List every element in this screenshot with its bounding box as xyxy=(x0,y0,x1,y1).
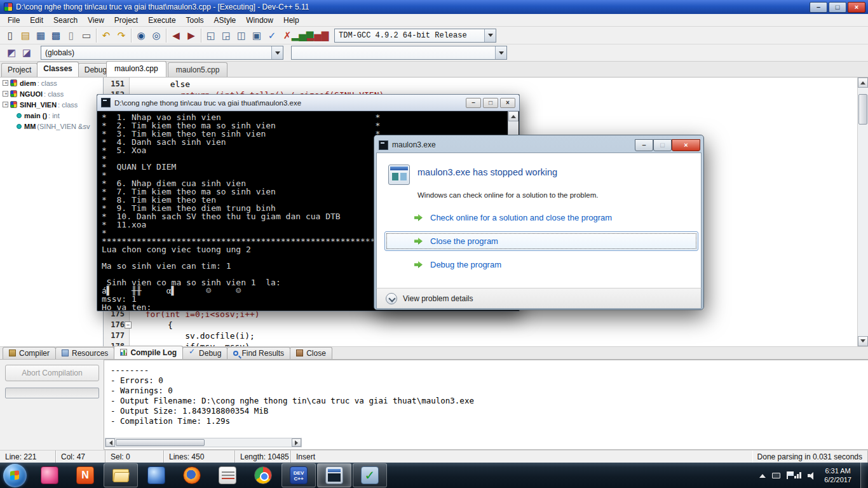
tray-keyboard-icon[interactable] xyxy=(772,473,780,478)
abort-compilation-button[interactable]: Abort Compilation xyxy=(5,365,99,381)
main ()[interactable]: main () : int xyxy=(0,110,103,121)
taskbar-icon-mail-app[interactable] xyxy=(210,463,245,487)
taskbar-icon-blue-app[interactable] xyxy=(139,463,173,487)
taskbar-icon-pink-app[interactable] xyxy=(32,463,67,487)
menu-item[interactable]: Edit xyxy=(25,15,48,26)
abort-compile-icon[interactable]: ✗ xyxy=(280,28,295,43)
toolbar-separator[interactable] xyxy=(129,29,133,43)
maximize-button[interactable]: □ xyxy=(483,98,498,108)
menu-item[interactable]: Execute xyxy=(143,15,180,26)
minimize-button[interactable]: – xyxy=(810,2,827,13)
floating-report-icon[interactable]: ▣ xyxy=(249,28,264,43)
taskbar-clock[interactable]: 6:31 AM 6/2/2017 xyxy=(824,466,851,484)
print-icon[interactable]: ▭ xyxy=(79,28,94,43)
tree-expander-icon[interactable] xyxy=(3,80,8,86)
command-link[interactable]: Check online for a solution and close th… xyxy=(384,208,698,227)
back-icon[interactable]: ◀ xyxy=(168,28,184,43)
taskbar-icon-firefox[interactable] xyxy=(175,463,209,487)
view-problem-details[interactable]: View problem details xyxy=(403,294,473,303)
save-icon[interactable]: ▦ xyxy=(33,28,48,43)
report-tab[interactable]: Compiler xyxy=(3,347,56,359)
console-titlebar[interactable]: D:\cong nghe thong tin\cau truc va giai … xyxy=(97,95,519,111)
menu-item[interactable]: File xyxy=(3,15,25,26)
scrollbar-thumb[interactable] xyxy=(116,439,205,446)
taskbar-icon-devcpp[interactable]: DEV C++ xyxy=(281,463,316,487)
taskbar-icon-console-app[interactable] xyxy=(317,463,351,487)
report-tab[interactable]: Compile Log xyxy=(114,346,183,359)
scroll-up-icon[interactable] xyxy=(508,111,519,121)
MM[interactable]: MM (SINH_VIEN &sv xyxy=(0,121,103,132)
delete-profile-icon[interactable]: ▂▅▇ xyxy=(310,28,325,43)
tree-expander-icon[interactable] xyxy=(3,102,8,107)
menu-item[interactable]: Tools xyxy=(181,15,209,26)
taskbar-icon-explorer[interactable] xyxy=(104,463,138,487)
scroll-right-icon[interactable] xyxy=(292,438,301,447)
report-tab[interactable]: Resources xyxy=(55,347,114,359)
minimize-button[interactable]: – xyxy=(635,139,653,151)
close-button[interactable]: × xyxy=(672,139,700,151)
scroll-down-icon[interactable] xyxy=(858,336,868,346)
tree-expander-icon[interactable] xyxy=(3,91,8,97)
replace-icon[interactable]: ◎ xyxy=(149,28,164,43)
report-window-icon[interactable]: ◲ xyxy=(219,28,234,43)
menu-item[interactable]: AStyle xyxy=(209,15,241,26)
scrollbar-thumb[interactable] xyxy=(858,94,867,125)
close-button[interactable]: × xyxy=(500,98,515,108)
toolbar-separator[interactable] xyxy=(94,29,98,43)
goto-declaration-icon[interactable]: ◩ xyxy=(4,45,19,60)
editor-tab[interactable]: maulon3.cpp xyxy=(106,61,166,77)
redo-icon[interactable]: ↷ xyxy=(114,28,129,43)
menu-item[interactable]: Help xyxy=(278,15,304,26)
close-file-icon[interactable]: ▯ xyxy=(64,28,79,43)
goto-implementation-icon[interactable]: ◪ xyxy=(19,45,34,60)
command-link[interactable]: Close the program xyxy=(384,231,698,251)
toolbar-separator[interactable] xyxy=(199,29,203,43)
start-button[interactable] xyxy=(3,464,27,487)
editor-vertical-scrollbar[interactable] xyxy=(857,78,868,346)
taskbar-icon-n-app[interactable]: N xyxy=(68,463,102,487)
fold-toggle-icon[interactable]: − xyxy=(125,322,132,329)
tray-network-icon[interactable] xyxy=(794,472,801,478)
log-horizontal-scrollbar[interactable] xyxy=(105,438,302,447)
command-link[interactable]: Debug the program xyxy=(384,255,698,274)
minimize-button[interactable]: – xyxy=(466,98,481,108)
menu-item[interactable]: Search xyxy=(48,15,83,26)
new-file-icon[interactable]: ▯ xyxy=(3,28,18,43)
undo-icon[interactable]: ↶ xyxy=(98,28,114,43)
taskbar-icon-chrome[interactable] xyxy=(246,463,280,487)
diem[interactable]: diem : class xyxy=(0,78,103,88)
dialog-titlebar[interactable]: maulon3.exe – □ × xyxy=(376,137,702,152)
profile-icon[interactable]: ▂▅▇ xyxy=(295,28,310,43)
report-tab[interactable]: Close xyxy=(290,347,332,359)
scroll-up-icon[interactable] xyxy=(858,78,868,88)
members-select[interactable] xyxy=(291,46,507,60)
NGUOI[interactable]: NGUOI : class xyxy=(0,88,103,99)
menu-item[interactable]: View xyxy=(83,15,109,26)
panel-tab[interactable]: Classes xyxy=(37,62,78,77)
compiler-profile-select[interactable]: TDM-GCC 4.9.2 64-bit Release xyxy=(334,29,496,43)
taskbar-icon-checkmark-app[interactable]: ✓ xyxy=(353,463,387,487)
tray-action-center-icon[interactable] xyxy=(787,471,788,479)
forward-icon[interactable]: ▶ xyxy=(184,28,199,43)
chevron-down-icon[interactable] xyxy=(386,293,397,304)
scroll-left-icon[interactable] xyxy=(105,438,115,447)
syntax-check-icon[interactable]: ✓ xyxy=(264,28,280,43)
SINH_VIEN[interactable]: SINH_VIEN : class xyxy=(0,99,103,110)
show-hidden-icons-button[interactable] xyxy=(759,471,766,478)
project-window-icon[interactable]: ◱ xyxy=(203,28,219,43)
menu-item[interactable]: Window xyxy=(241,15,278,26)
editor-tab[interactable]: maulon5.cpp xyxy=(168,62,228,77)
toolbar-separator[interactable] xyxy=(164,29,168,43)
close-button[interactable]: × xyxy=(848,2,865,13)
find-icon[interactable]: ◉ xyxy=(133,28,149,43)
report-tab[interactable]: Find Results xyxy=(227,347,290,359)
report-tab[interactable]: Debug xyxy=(182,347,227,359)
panel-tab[interactable]: Project xyxy=(1,63,37,77)
show-desktop-button[interactable] xyxy=(860,463,868,488)
open-file-icon[interactable]: ▤ xyxy=(18,28,33,43)
maximize-button[interactable]: □ xyxy=(829,2,846,13)
menu-item[interactable]: Project xyxy=(109,15,143,26)
save-all-icon[interactable]: ▩ xyxy=(48,28,64,43)
split-window-icon[interactable]: ◫ xyxy=(234,28,249,43)
tray-volume-icon[interactable] xyxy=(808,471,815,479)
